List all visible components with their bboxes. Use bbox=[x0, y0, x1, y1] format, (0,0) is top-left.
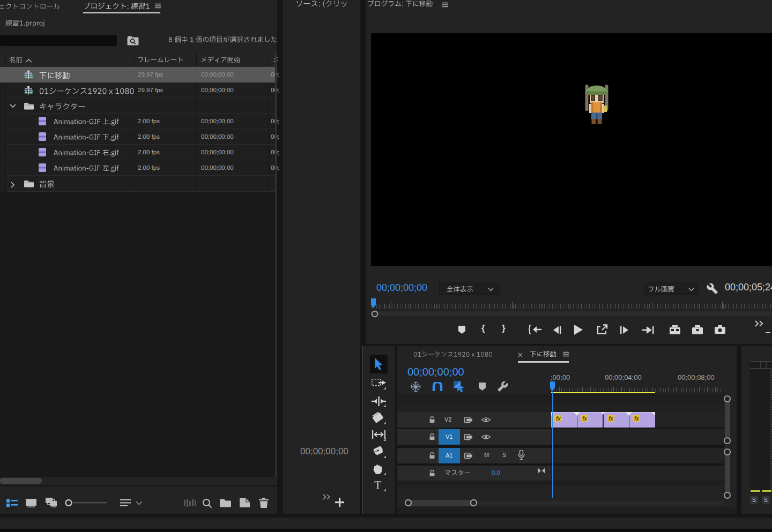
svg-text:fx: fx bbox=[634, 416, 639, 422]
svg-text:fx: fx bbox=[608, 416, 613, 422]
svg-text:fx: fx bbox=[582, 416, 587, 422]
svg-text:fx: fx bbox=[556, 416, 561, 422]
